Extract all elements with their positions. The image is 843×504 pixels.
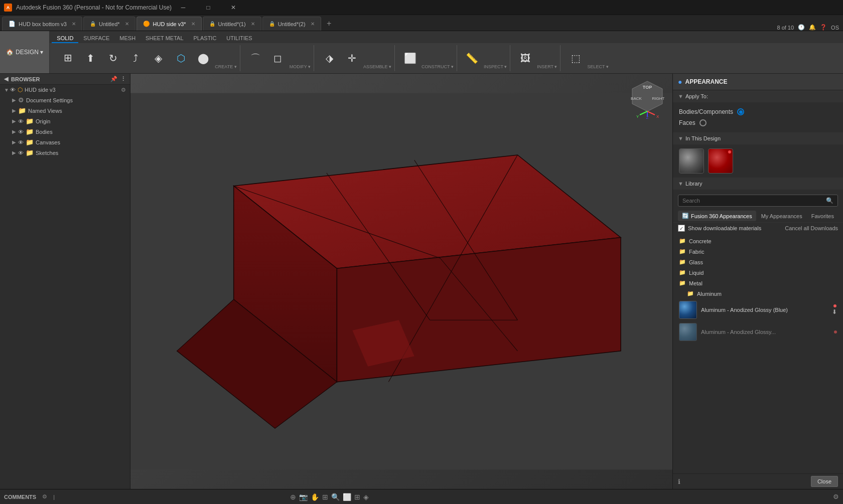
construct-group: ⬜ CONSTRUCT ▾ (396, 45, 457, 71)
canvases-folder-icon: 📁 (26, 138, 34, 146)
extrude-button[interactable]: ⬆ (79, 45, 101, 71)
insert-button[interactable]: 🖼 (514, 45, 536, 71)
camera-icon[interactable]: 📷 (299, 493, 308, 501)
origin-folder-icon: 📁 (26, 117, 34, 125)
category-liquid[interactable]: 📁 Liquid (673, 267, 843, 278)
tab-hud-side-v3[interactable]: 🟠 HUD side v3* ✕ (136, 17, 202, 31)
box-button[interactable]: ⬡ (170, 45, 192, 71)
assemble-label[interactable]: ASSEMBLE ▾ (363, 64, 391, 71)
tab-solid[interactable]: SOLID (52, 34, 78, 43)
tab-close-icon[interactable]: ✕ (191, 21, 195, 27)
browser-item-origin[interactable]: ▶ 👁 📁 Origin (0, 116, 130, 126)
subcategory-aluminum[interactable]: 📁 Aluminum (673, 288, 843, 299)
zoom-icon[interactable]: 🔍 (331, 493, 340, 501)
measure-button[interactable]: 📏 (461, 45, 483, 71)
tab-untitled-1[interactable]: 🔒 Untitled*(1) ✕ (203, 17, 261, 31)
browser-item-canvases[interactable]: ▶ 👁 📁 Canvases (0, 137, 130, 147)
settings-icon[interactable]: ⚙ (121, 87, 126, 93)
browser-item-bodies[interactable]: ▶ 👁 📁 Bodies (0, 126, 130, 137)
design-dropdown-button[interactable]: 🏠 DESIGN ▾ (0, 31, 50, 73)
close-button[interactable]: ✕ (222, 0, 245, 15)
show-downloadable-row: ✓ Show downloadable materials Cancel all… (673, 223, 843, 234)
show-downloadable-checkbox[interactable]: ✓ (678, 225, 685, 232)
radio-button-bodies[interactable] (737, 108, 744, 115)
browser-item-doc-settings[interactable]: ▶ ⚙ Document Settings (0, 95, 130, 105)
display-mode-icon[interactable]: ⬜ (343, 493, 351, 501)
move-button[interactable]: ✛ (341, 45, 363, 71)
create-label[interactable]: CREATE ▾ (215, 64, 236, 71)
fusion-appearances-tab[interactable]: 🔄 Fusion 360 Appearances (678, 211, 756, 221)
tab-untitled[interactable]: 🔒 Untitled* ✕ (83, 17, 135, 31)
shell-button[interactable]: ◻ (267, 45, 289, 71)
browser-root-item[interactable]: ▼ 👁 ⬡ HUD side v3 ⚙ (0, 85, 130, 95)
my-appearances-tab[interactable]: My Appearances (757, 211, 806, 221)
comments-settings-icon[interactable]: ⚙ (42, 493, 47, 500)
select-button[interactable]: ⬚ (565, 45, 587, 71)
settings-gear-icon[interactable]: ⚙ (833, 493, 839, 500)
collapse-icon[interactable]: ◀ (4, 76, 8, 82)
browser-options-icon[interactable]: ⋮ (120, 76, 126, 82)
category-glass[interactable]: 📁 Glass (673, 257, 843, 267)
material-swatch-metal[interactable] (679, 148, 704, 174)
tab-close-icon[interactable]: ✕ (125, 21, 129, 27)
pan-icon[interactable]: ✋ (311, 493, 319, 501)
tab-close-icon[interactable]: ✕ (72, 21, 76, 27)
maximize-button[interactable]: □ (197, 0, 220, 15)
modify-label[interactable]: MODIFY ▾ (290, 64, 311, 71)
tab-mesh[interactable]: MESH (114, 34, 140, 43)
select-label[interactable]: SELECT ▾ (587, 64, 608, 71)
folder-icon: 📁 (687, 290, 694, 297)
browser-item-named-views[interactable]: ▶ 📁 Named Views (0, 105, 130, 116)
minimize-button[interactable]: ─ (172, 0, 195, 15)
help-icon[interactable]: ❓ (820, 24, 827, 31)
browser-item-sketches[interactable]: ▶ 👁 📁 Sketches (0, 147, 130, 158)
tab-utilities[interactable]: UTILITIES (221, 34, 257, 43)
category-fabric[interactable]: 📁 Fabric (673, 246, 843, 257)
search-bar[interactable]: 🔍 (678, 195, 838, 207)
category-concrete[interactable]: 📁 Concrete (673, 236, 843, 246)
material-swatch-red[interactable] (708, 148, 733, 174)
tab-surface[interactable]: SURFACE (78, 34, 114, 43)
inspect-label[interactable]: INSPECT ▾ (484, 64, 507, 71)
grid-icon[interactable]: ⊞ (354, 493, 360, 501)
tab-hud-box-bottom[interactable]: 📄 HUD box bottom v3 ✕ (2, 17, 82, 31)
offset-plane-button[interactable]: ⬜ (399, 45, 421, 71)
construct-label[interactable]: CONSTRUCT ▾ (422, 64, 454, 71)
material-item-aluminum-blue[interactable]: Aluminum - Anodized Glossy (Blue) ⬇ (673, 299, 843, 321)
cylinder-button[interactable]: ⬤ (192, 45, 214, 71)
radio-bodies-components[interactable]: Bodies/Components (679, 106, 837, 117)
zoom-fit-icon[interactable]: ⊞ (322, 493, 328, 501)
apply-to-header[interactable]: ▼ Apply To: (673, 90, 843, 102)
tab-close-icon[interactable]: ✕ (311, 21, 315, 27)
new-component-button[interactable]: ⊞ (57, 45, 79, 71)
browser-pin-icon[interactable]: 📌 (110, 76, 117, 82)
joint-button[interactable]: ⬗ (318, 45, 340, 71)
radio-button-faces[interactable] (699, 119, 707, 126)
tab-untitled-2[interactable]: 🔒 Untitled*(2) ✕ (262, 17, 321, 31)
material-item-aluminum-2[interactable]: Aluminum - Anodized Glossy... (673, 321, 843, 343)
revolve-button[interactable]: ↻ (102, 45, 124, 71)
loft-button[interactable]: ◈ (147, 45, 169, 71)
cancel-downloads-button[interactable]: Cancel all Downloads (785, 225, 838, 231)
info-icon[interactable]: ℹ (678, 478, 680, 485)
effects-icon[interactable]: ◈ (363, 493, 369, 501)
category-metal[interactable]: 📁 Metal (673, 278, 843, 288)
favorites-tab[interactable]: Favorites (807, 211, 838, 221)
radio-faces[interactable]: Faces (679, 117, 837, 128)
add-tab-button[interactable]: + (322, 17, 336, 31)
folder-icon: 📁 (18, 107, 26, 114)
tab-plastic[interactable]: PLASTIC (189, 34, 222, 43)
library-header[interactable]: ▼ Library (673, 178, 843, 190)
tab-sheet-metal[interactable]: SHEET METAL (140, 34, 188, 43)
search-input[interactable] (682, 198, 823, 204)
insert-label[interactable]: INSERT ▾ (537, 64, 557, 71)
tab-close-icon[interactable]: ✕ (251, 21, 255, 27)
canvas-area[interactable]: TOP RIGHT BACK Z X Y (130, 74, 672, 489)
sweep-button[interactable]: ⤴ (124, 45, 147, 71)
download-button[interactable]: ⬇ (832, 308, 837, 315)
collapse-arrow: ▼ (4, 87, 10, 93)
snap-icon[interactable]: ⊕ (290, 493, 296, 501)
in-this-design-header[interactable]: ▼ In This Design (673, 132, 843, 144)
fillet-button[interactable]: ⌒ (244, 45, 266, 71)
close-button[interactable]: Close (811, 476, 838, 487)
